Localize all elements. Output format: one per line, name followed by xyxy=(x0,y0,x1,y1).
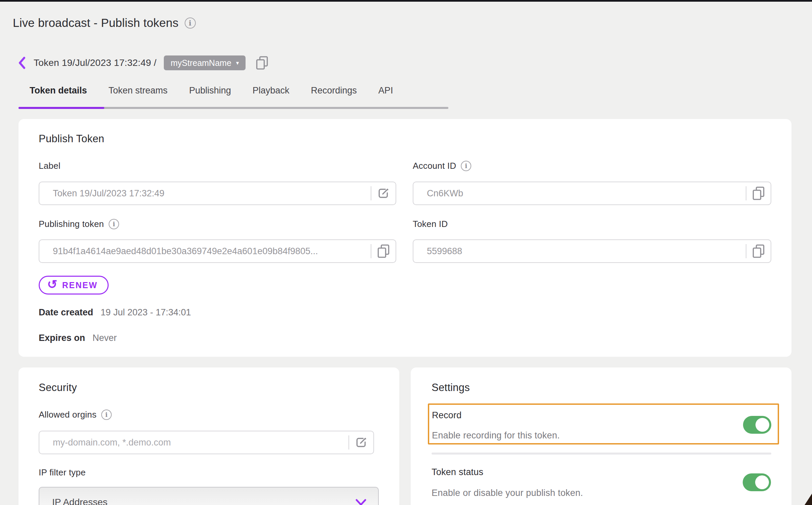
ip-filter-type-select[interactable]: IP Addresses xyxy=(39,487,379,505)
security-heading: Security xyxy=(39,382,77,394)
breadcrumb-token-label[interactable]: Token 19/Jul/2023 17:32:49 / xyxy=(34,57,156,68)
edit-icon xyxy=(355,436,368,449)
publishing-token-input[interactable] xyxy=(39,246,371,257)
copy-token-id-button[interactable] xyxy=(746,240,771,262)
label-field xyxy=(39,182,396,205)
renew-icon: ↺ xyxy=(47,278,58,290)
publishing-token-field xyxy=(39,239,396,263)
token-status-description: Enable or disable your publish token. xyxy=(432,488,583,498)
expires-on-value: Never xyxy=(93,333,117,343)
chevron-down-icon xyxy=(355,499,367,505)
settings-card: Settings Record Enable recording for thi… xyxy=(411,367,791,505)
tab-bar: Token details Token streams Publishing P… xyxy=(30,85,393,96)
account-id-label: Account ID xyxy=(413,161,456,171)
edit-allowed-origins-button[interactable] xyxy=(349,431,373,454)
record-description: Enable recording for this token. xyxy=(432,430,560,441)
token-status-label: Token status xyxy=(432,467,483,477)
breadcrumb: Token 19/Jul/2023 17:32:49 / myStreamNam… xyxy=(17,55,269,71)
date-created-value: 19 Jul 2023 - 17:34:01 xyxy=(101,307,191,318)
caret-down-icon: ▾ xyxy=(236,60,239,67)
date-created-label: Date created xyxy=(39,307,93,318)
mouse-cursor xyxy=(805,494,812,505)
tab-underline-track xyxy=(19,107,448,109)
tab-recordings[interactable]: Recordings xyxy=(311,85,357,96)
toggle-knob xyxy=(755,475,769,489)
token-status-toggle[interactable] xyxy=(743,473,771,491)
ip-filter-type-label: IP filter type xyxy=(39,467,86,478)
tab-token-streams[interactable]: Token streams xyxy=(109,85,168,96)
token-id-label: Token ID xyxy=(413,219,448,229)
copy-icon xyxy=(751,186,766,201)
top-window-bar xyxy=(0,0,812,2)
account-id-field xyxy=(413,182,771,205)
allowed-origins-input[interactable] xyxy=(39,437,348,448)
tab-playback[interactable]: Playback xyxy=(253,85,290,96)
record-toggle[interactable] xyxy=(743,416,771,434)
record-label: Record xyxy=(432,410,462,421)
stream-name-dropdown[interactable]: myStreamName ▾ xyxy=(164,55,246,70)
account-id-info-icon[interactable]: i xyxy=(461,161,471,171)
security-card: Security Allowed orgins i IP filter type… xyxy=(19,367,399,505)
tab-publishing[interactable]: Publishing xyxy=(189,85,231,96)
expires-on-label: Expires on xyxy=(39,333,85,343)
settings-divider xyxy=(432,453,771,455)
stream-name-label: myStreamName xyxy=(171,58,231,68)
ip-filter-type-value: IP Addresses xyxy=(52,497,107,505)
edit-icon xyxy=(377,187,390,200)
tab-underline-active xyxy=(19,107,104,109)
back-chevron-icon[interactable] xyxy=(17,56,26,69)
copy-icon xyxy=(376,244,391,259)
copy-account-id-button[interactable] xyxy=(746,182,771,204)
settings-heading: Settings xyxy=(432,382,470,394)
allowed-origins-label: Allowed orgins xyxy=(39,410,97,420)
renew-button[interactable]: ↺ RENEW xyxy=(39,276,109,295)
page-title: Live broadcast - Publish tokens xyxy=(13,16,179,30)
copy-publishing-token-button[interactable] xyxy=(371,240,396,262)
copy-stream-name-icon[interactable] xyxy=(255,55,269,70)
edit-label-button[interactable] xyxy=(371,182,396,204)
renew-button-label: RENEW xyxy=(62,280,98,290)
token-id-field xyxy=(413,239,771,263)
record-setting-highlight: Record Enable recording for this token. xyxy=(428,403,779,444)
allowed-origins-field xyxy=(39,431,374,454)
tab-token-details[interactable]: Token details xyxy=(30,85,87,96)
account-id-input[interactable] xyxy=(413,188,746,199)
token-id-input[interactable] xyxy=(413,246,746,257)
label-field-label: Label xyxy=(39,161,61,171)
page-header: Live broadcast - Publish tokens i xyxy=(13,16,196,30)
publish-token-heading: Publish Token xyxy=(39,133,104,145)
publish-token-card: Publish Token Label Account ID i xyxy=(19,119,791,357)
publishing-token-label: Publishing token xyxy=(39,219,104,229)
tab-api[interactable]: API xyxy=(378,85,393,96)
copy-icon xyxy=(751,244,766,259)
label-input[interactable] xyxy=(39,188,371,199)
toggle-knob xyxy=(755,418,769,432)
page-title-info-icon[interactable]: i xyxy=(185,17,196,29)
allowed-origins-info-icon[interactable]: i xyxy=(101,410,112,420)
publishing-token-info-icon[interactable]: i xyxy=(109,219,119,229)
